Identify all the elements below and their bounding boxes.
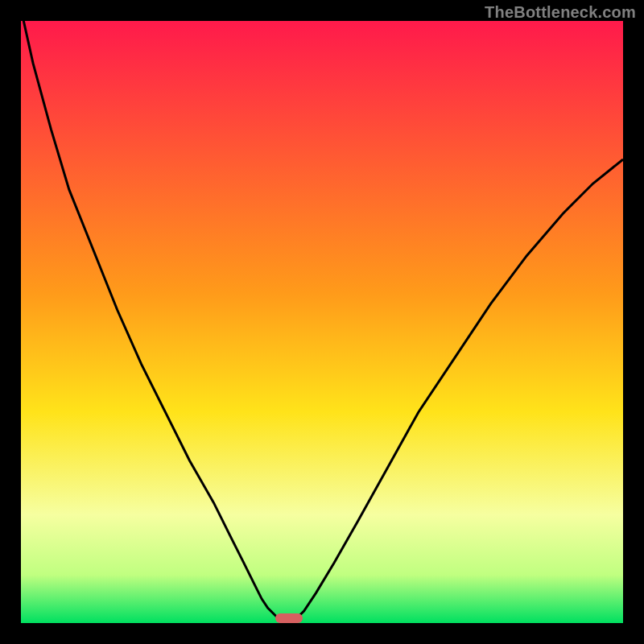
bottleneck-curve xyxy=(21,21,623,623)
optimal-marker xyxy=(275,613,303,623)
chart-frame: TheBottleneck.com xyxy=(0,0,644,644)
plot-area xyxy=(21,21,623,623)
watermark-text: TheBottleneck.com xyxy=(485,3,636,22)
